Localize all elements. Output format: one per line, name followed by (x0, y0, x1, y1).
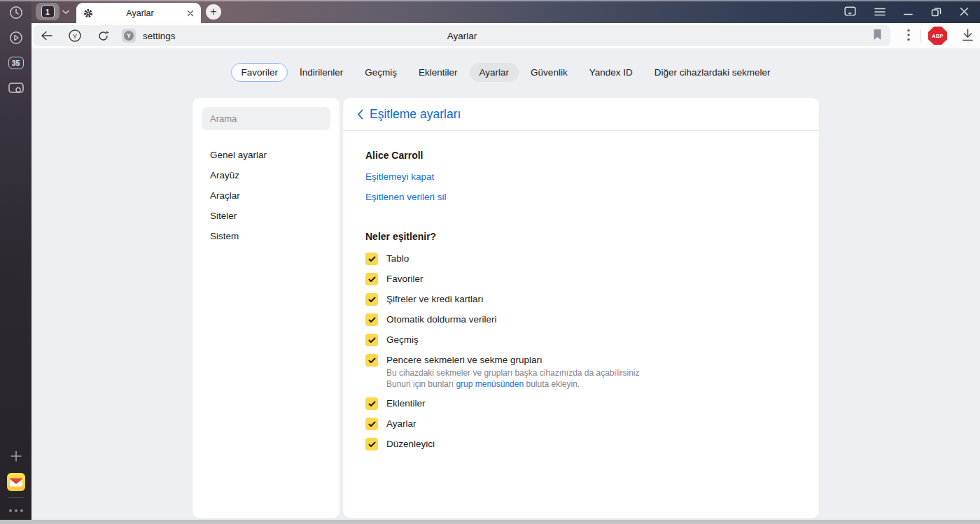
window-close-button[interactable] (960, 7, 969, 16)
sync-row-tablo: Tablo (365, 253, 797, 265)
refresh-button[interactable] (97, 30, 109, 42)
extensions-menu-button[interactable] (907, 29, 910, 41)
checkbox-gecmis[interactable] (365, 334, 378, 346)
gear-icon (83, 8, 93, 18)
arrow-left-icon (41, 31, 52, 41)
titlebar: 1 Ayarlar + (31, 0, 980, 23)
nav-tab-favoriler[interactable]: Favoriler (231, 63, 288, 82)
minimize-button[interactable] (904, 8, 913, 16)
sync-label[interactable]: Ayarlar (386, 418, 416, 430)
disable-sync-link[interactable]: Eşitlemeyi kapat (365, 171, 797, 184)
checkbox-eklentiler[interactable] (365, 397, 378, 410)
play-circle-icon (8, 30, 24, 45)
sync-label[interactable]: Otomatik doldurma verileri (386, 313, 497, 326)
sync-row-sifreler: Şifreler ve kredi kartları (365, 293, 797, 306)
clock-icon (8, 5, 24, 20)
group-menu-link[interactable]: grup menüsünden (456, 379, 524, 389)
nav-tab-gecmis[interactable]: Geçmiş (355, 63, 407, 82)
browser-menu-button[interactable] (874, 8, 886, 16)
url-text: settings (143, 31, 176, 41)
restore-button[interactable] (931, 7, 941, 17)
delete-synced-data-link[interactable]: Eşitlenen verileri sil (365, 192, 797, 204)
all-tabs-button[interactable]: 35 (0, 50, 31, 76)
left-rail: 35 (0, 0, 31, 520)
checkbox-otomatik-doldurma[interactable] (365, 313, 378, 326)
nav-tab-eklentiler[interactable]: Eklentiler (409, 63, 468, 82)
protect-button[interactable]: Y (68, 29, 82, 43)
sync-label[interactable]: Eklentiler (386, 397, 426, 410)
sync-row-gecmis: Geçmiş (365, 334, 797, 346)
page-title: Eşitleme ayarları (370, 107, 461, 122)
sidebar-item-genel-ayarlar[interactable]: Genel ayarlar (202, 145, 330, 165)
description-line2-prefix: Bunun için bunları (386, 379, 456, 389)
addressbar-divider (920, 29, 921, 43)
sidebar-item-arayuz[interactable]: Arayüz (202, 165, 330, 185)
history-button[interactable] (0, 0, 31, 25)
tab-title: Ayarlar (93, 8, 187, 18)
downloads-button[interactable] (961, 28, 974, 42)
sync-label[interactable]: Düzenleyici (386, 438, 435, 451)
tab-close-button[interactable] (187, 10, 194, 17)
back-button[interactable] (41, 31, 52, 41)
checkbox-tablo[interactable] (365, 253, 378, 265)
mail-button[interactable] (0, 469, 31, 495)
nav-tab-diger-cihazlar[interactable]: Diğer cihazlardaki sekmeler (645, 63, 780, 82)
addressbar-row: Y Y settings Ayarlar (31, 23, 980, 48)
sync-row-ayarlar: Ayarlar (365, 418, 797, 430)
browser-window: 35 1 (0, 0, 980, 524)
nav-tab-guvenlik[interactable]: Güvenlik (521, 63, 578, 82)
checkbox-pencere-sekmeleri[interactable] (365, 354, 378, 367)
tab-counter-button[interactable]: 1 (36, 3, 59, 20)
hamburger-icon (874, 8, 886, 16)
minimize-icon (904, 8, 913, 16)
checkbox-favoriler[interactable] (365, 273, 378, 285)
sync-row-pencere-sekmeleri: Pencere sekmeleri ve sekme grupları Bu c… (365, 354, 797, 390)
video-button[interactable] (0, 25, 31, 50)
sync-row-otomatik-doldurma: Otomatik doldurma verileri (365, 313, 797, 326)
sync-label[interactable]: Şifreler ve kredi kartları (386, 293, 484, 306)
screen-capture-icon (8, 80, 24, 96)
bookmark-icon (873, 29, 882, 41)
tab-list-dropdown[interactable] (62, 3, 70, 20)
description-line1: Bu cihazdaki sekmeler ve grupları başka … (386, 368, 640, 378)
tab-counter-value: 1 (41, 5, 55, 18)
back-to-settings-button[interactable] (357, 109, 363, 120)
new-tab-button[interactable]: + (206, 4, 221, 20)
nav-tab-ayarlar[interactable]: Ayarlar (470, 63, 519, 82)
bookmark-page-button[interactable] (873, 29, 882, 41)
refresh-icon (97, 30, 109, 42)
sync-settings-card: Eşitleme ayarları Alice Carroll Eşitleme… (343, 98, 819, 518)
adblock-plus-button[interactable]: ABP (928, 27, 947, 45)
nav-tab-yandex-id[interactable]: Yandex ID (580, 63, 643, 82)
bookmarks-panel-button[interactable] (844, 6, 856, 17)
plus-icon (9, 449, 23, 463)
sidebar-item-sistem[interactable]: Sistem (202, 226, 330, 246)
checkbox-sifreler[interactable] (365, 293, 378, 306)
rail-more-button[interactable] (0, 502, 31, 520)
sync-label[interactable]: Pencere sekmeleri ve sekme grupları (386, 354, 640, 367)
sidebar-item-siteler[interactable]: Siteler (202, 206, 330, 226)
settings-nav: Favoriler İndirilenler Geçmiş Eklentiler… (31, 63, 980, 82)
sync-label[interactable]: Favoriler (386, 273, 424, 285)
kebab-icon (907, 29, 910, 41)
sync-label[interactable]: Tablo (386, 253, 409, 265)
plus-icon: + (210, 6, 216, 17)
omnibox[interactable]: Y Y settings Ayarlar (34, 25, 890, 46)
sync-label[interactable]: Geçmiş (386, 334, 419, 346)
chevron-down-icon (62, 9, 70, 15)
screenshot-button[interactable] (0, 76, 31, 101)
checkbox-duzenleyici[interactable] (365, 438, 378, 451)
restore-icon (931, 7, 941, 17)
yandex-favicon-icon: Y (124, 31, 134, 41)
browser-tab-ayarlar[interactable]: Ayarlar (76, 3, 201, 23)
search-input[interactable] (202, 107, 330, 130)
yandex-circle-icon: Y (68, 29, 82, 43)
svg-text:Y: Y (73, 32, 78, 40)
add-panel-button[interactable] (0, 444, 31, 469)
nav-tab-indirilenler[interactable]: İndirilenler (290, 63, 353, 82)
sync-row-favoriler: Favoriler (365, 273, 797, 285)
omnibox-page-title: Ayarlar (447, 31, 477, 41)
settings-sidebar: Genel ayarlar Arayüz Araçlar Siteler Sis… (192, 98, 340, 518)
sidebar-item-araclar[interactable]: Araçlar (202, 185, 330, 206)
checkbox-ayarlar[interactable] (365, 418, 378, 430)
